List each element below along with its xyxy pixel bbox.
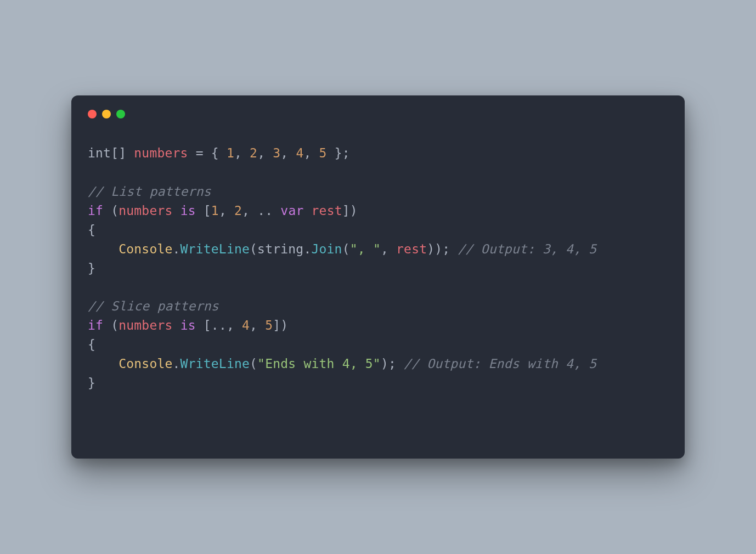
- code-token: );: [381, 357, 404, 371]
- code-token: 3: [273, 146, 280, 160]
- code-token: [: [196, 203, 211, 218]
- code-token: int: [88, 146, 111, 160]
- code-token: [88, 242, 119, 256]
- zoom-icon[interactable]: [116, 110, 125, 118]
- code-token: []: [111, 146, 134, 160]
- code-token: WriteLine: [180, 242, 250, 256]
- code-token: Console: [119, 357, 172, 371]
- code-token: ,: [219, 203, 234, 218]
- code-token: ]): [342, 203, 358, 218]
- code-token: };: [327, 146, 350, 160]
- code-token: rest: [312, 203, 342, 218]
- minimize-icon[interactable]: [102, 110, 111, 118]
- code-block: int[] numbers = { 1, 2, 3, 4, 5 }; // Li…: [88, 144, 668, 393]
- code-token: string: [257, 242, 303, 256]
- code-token: (: [103, 318, 119, 332]
- code-token: var: [280, 203, 303, 218]
- code-token: 1: [227, 146, 234, 160]
- code-token: 5: [319, 146, 327, 160]
- code-token: 5: [265, 318, 273, 332]
- code-token: [88, 357, 119, 371]
- code-token: (: [342, 242, 350, 256]
- code-token: // Slice patterns: [88, 299, 219, 313]
- code-token: if: [88, 203, 103, 218]
- code-token: if: [88, 318, 103, 332]
- code-token: numbers: [119, 203, 172, 218]
- code-token: , ..: [242, 203, 280, 218]
- code-token: [303, 203, 311, 218]
- code-token: (: [103, 203, 119, 218]
- code-token: {: [88, 223, 95, 237]
- code-token: ));: [427, 242, 458, 256]
- code-token: is: [180, 318, 196, 332]
- code-token: rest: [396, 242, 427, 256]
- close-icon[interactable]: [88, 110, 97, 118]
- code-token: ,: [280, 146, 296, 160]
- code-token: .: [303, 242, 311, 256]
- code-token: [173, 318, 180, 332]
- window-titlebar: [88, 110, 668, 118]
- code-token: ,: [234, 146, 250, 160]
- code-token: ]): [273, 318, 288, 332]
- code-token: "Ends with 4, 5": [257, 357, 381, 371]
- code-window: int[] numbers = { 1, 2, 3, 4, 5 }; // Li…: [71, 95, 685, 459]
- code-token: = {: [188, 146, 227, 160]
- code-token: 2: [234, 203, 242, 218]
- code-token: 2: [250, 146, 257, 160]
- code-token: ", ": [350, 242, 381, 256]
- code-token: numbers: [119, 318, 172, 332]
- code-token: .: [173, 242, 180, 256]
- code-token: 4: [242, 318, 250, 332]
- code-token: ,: [303, 146, 319, 160]
- code-token: .: [173, 357, 180, 371]
- code-token: (: [250, 357, 257, 371]
- code-token: [173, 203, 180, 218]
- code-token: // List patterns: [88, 184, 211, 199]
- code-token: }: [88, 261, 95, 275]
- code-token: numbers: [134, 146, 188, 160]
- code-token: WriteLine: [180, 357, 250, 371]
- code-token: [..,: [196, 318, 242, 332]
- code-token: Console: [119, 242, 172, 256]
- code-token: ,: [381, 242, 396, 256]
- code-token: }: [88, 376, 95, 390]
- code-token: ,: [250, 318, 265, 332]
- code-token: // Output: Ends with 4, 5: [404, 357, 596, 371]
- code-token: ,: [257, 146, 273, 160]
- code-token: is: [180, 203, 196, 218]
- code-token: 4: [296, 146, 303, 160]
- code-token: // Output: 3, 4, 5: [458, 242, 596, 256]
- code-token: Join: [311, 242, 342, 256]
- code-token: 1: [211, 203, 219, 218]
- code-token: {: [88, 337, 95, 352]
- code-token: (: [250, 242, 257, 256]
